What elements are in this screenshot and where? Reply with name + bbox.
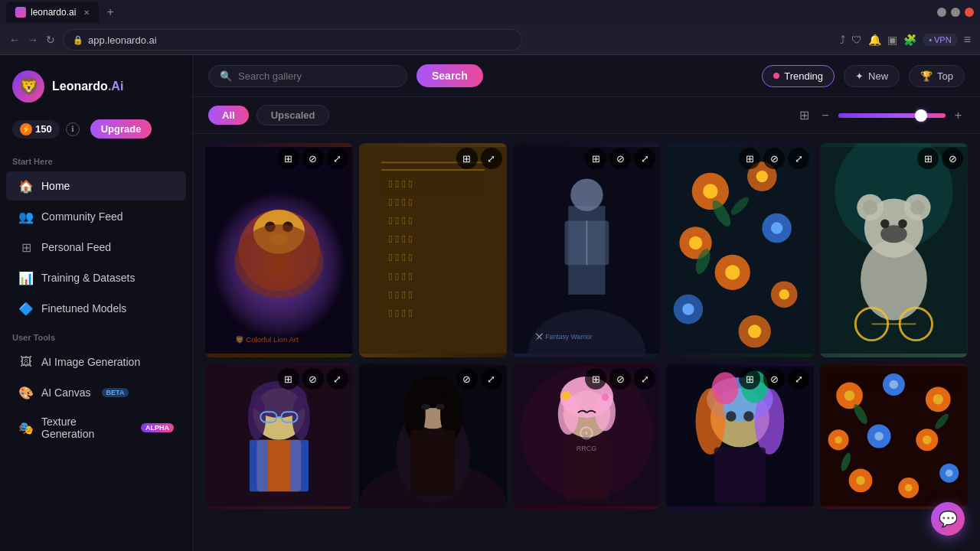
svg-text:𓂀 𓏏 𓇳 𓅓: 𓂀 𓏏 𓇳 𓅓 bbox=[388, 178, 412, 190]
filter-upscaled-button[interactable]: Upscaled bbox=[256, 105, 330, 126]
extensions-icon[interactable]: 🧩 bbox=[903, 34, 916, 46]
sidebar-item-ai-image[interactable]: 🖼 AI Image Generation bbox=[6, 347, 186, 377]
zoom-in-btn[interactable]: + bbox=[952, 106, 965, 126]
gallery-action-grid-koala[interactable]: ⊞ bbox=[917, 148, 939, 169]
minimize-btn[interactable] bbox=[937, 8, 946, 17]
gallery-action-edit-colorful[interactable]: ⊘ bbox=[763, 368, 785, 390]
gallery-action-expand-dark[interactable]: ⤢ bbox=[481, 368, 502, 390]
gallery-action-grid-anime[interactable]: ⊞ bbox=[278, 368, 299, 390]
gallery-item-dark-woman[interactable]: ⊘ ⤢ bbox=[359, 364, 507, 509]
gallery-item-koala[interactable]: ⊞ ⊘ bbox=[820, 143, 968, 357]
sidebar-item-texture[interactable]: 🎭 Texture Generation ALPHA bbox=[6, 409, 186, 447]
forward-btn[interactable]: → bbox=[28, 34, 38, 46]
gallery-action-edit-anime[interactable]: ⊘ bbox=[302, 368, 324, 390]
sidebar-item-home[interactable]: 🏠 Home bbox=[6, 171, 186, 201]
sidebar-item-community-feed[interactable]: 👥 Community Feed bbox=[6, 202, 186, 231]
search-box[interactable]: 🔍 bbox=[208, 65, 407, 87]
menu-icon[interactable]: ≡ bbox=[964, 33, 971, 47]
gallery-action-expand-pink[interactable]: ⤢ bbox=[634, 368, 655, 390]
url-box[interactable]: 🔒 app.leonardo.ai bbox=[63, 29, 522, 51]
gallery-item-colorful-girl[interactable]: ⊞ ⊘ ⤢ bbox=[666, 364, 814, 509]
gallery-action-expand-hiero[interactable]: ⤢ bbox=[481, 148, 502, 169]
gallery-action-grid-pink[interactable]: ⊞ bbox=[585, 368, 606, 390]
search-button[interactable]: Search bbox=[416, 64, 483, 87]
svg-point-24 bbox=[570, 178, 603, 210]
svg-point-7 bbox=[235, 224, 324, 298]
grid-view-btn[interactable]: ⊞ bbox=[796, 105, 812, 126]
zoom-thumb[interactable] bbox=[915, 109, 927, 122]
gallery-item-floral2[interactable] bbox=[820, 364, 968, 509]
gallery-action-edit-pink[interactable]: ⊘ bbox=[609, 368, 631, 390]
sidebar-item-training[interactable]: 📊 Training & Datasets bbox=[6, 263, 186, 292]
maximize-btn[interactable] bbox=[951, 8, 960, 17]
gallery-action-grid-hiero[interactable]: ⊞ bbox=[456, 148, 478, 169]
browser-chrome: leonardo.ai ✕ + ← → ↻ 🔒 app.leonardo.ai … bbox=[0, 0, 980, 55]
filter-all-button[interactable]: All bbox=[208, 106, 249, 125]
svg-text:🦁 Colorful Lion Art: 🦁 Colorful Lion Art bbox=[235, 335, 299, 344]
gallery-action-grid-warrior[interactable]: ⊞ bbox=[585, 148, 606, 169]
new-label: New bbox=[868, 70, 888, 82]
svg-point-38 bbox=[726, 265, 740, 279]
svg-text:⚔️ Fantasy Warrior: ⚔️ Fantasy Warrior bbox=[535, 332, 593, 341]
svg-point-34 bbox=[689, 236, 702, 249]
zoom-slider[interactable] bbox=[838, 113, 946, 118]
sidebar-item-ai-canvas[interactable]: 🎨 AI Canvas BETA bbox=[6, 378, 186, 407]
gallery-action-grid-lion[interactable]: ⊞ bbox=[278, 148, 299, 169]
gallery-action-expand-lion[interactable]: ⤢ bbox=[327, 148, 348, 169]
gallery-item-overlay-anime: ⊞ ⊘ ⤢ bbox=[278, 368, 348, 390]
gallery-action-edit-dark[interactable]: ⊘ bbox=[456, 368, 478, 390]
sidebar-logo: 🦁 Leonardo.Ai bbox=[0, 64, 192, 115]
shield-icon[interactable]: 🛡 bbox=[851, 34, 862, 46]
info-icon[interactable]: ℹ bbox=[66, 122, 80, 136]
gallery-action-expand-warrior[interactable]: ⤢ bbox=[634, 148, 655, 169]
gallery-item-lion[interactable]: 🦁 Colorful Lion Art ⊞ ⊘ ⤢ bbox=[205, 143, 353, 357]
tab-close-btn[interactable]: ✕ bbox=[83, 8, 90, 17]
svg-rect-91 bbox=[564, 438, 609, 500]
gallery-action-edit-koala[interactable]: ⊘ bbox=[942, 148, 963, 169]
gallery-action-grid-colorful[interactable]: ⊞ bbox=[739, 368, 760, 390]
gallery-action-expand-anime[interactable]: ⤢ bbox=[327, 368, 348, 390]
sidebar-item-personal-feed[interactable]: ⊞ Personal Feed bbox=[6, 233, 186, 262]
svg-point-100 bbox=[744, 411, 754, 421]
zoom-out-btn[interactable]: − bbox=[818, 106, 831, 126]
chat-fab[interactable]: 💬 bbox=[931, 502, 965, 536]
svg-point-99 bbox=[726, 411, 736, 421]
share-icon[interactable]: ⤴ bbox=[840, 34, 845, 46]
gallery-item-anime-girl[interactable]: ⊞ ⊘ ⤢ bbox=[205, 364, 353, 509]
active-tab[interactable]: leonardo.ai ✕ bbox=[6, 2, 99, 23]
new-button[interactable]: ✦ New bbox=[844, 65, 900, 87]
back-btn[interactable]: ← bbox=[9, 34, 20, 46]
start-here-label: Start Here bbox=[0, 148, 192, 171]
search-icon: 🔍 bbox=[220, 70, 232, 82]
new-icon: ✦ bbox=[855, 70, 864, 82]
gallery-action-expand-flowers[interactable]: ⤢ bbox=[788, 148, 809, 169]
gallery-item-pink-girl[interactable]: ⊙ RRCG ⊞ ⊘ ⤢ bbox=[513, 364, 661, 509]
trending-button[interactable]: Trending bbox=[762, 65, 835, 87]
sidebar-item-finetuned[interactable]: 🔷 Finetuned Models bbox=[6, 294, 186, 323]
upgrade-button[interactable]: Upgrade bbox=[90, 119, 152, 139]
gallery-action-edit-warrior[interactable]: ⊘ bbox=[609, 148, 631, 169]
gallery-item-flowers[interactable]: ⊞ ⊘ ⤢ bbox=[666, 143, 814, 357]
gallery-item-overlay-lion: ⊞ ⊘ ⤢ bbox=[278, 148, 348, 169]
credits-amount: 150 bbox=[35, 123, 52, 135]
sidebar-item-finetuned-label: Finetuned Models bbox=[41, 302, 126, 315]
svg-point-54 bbox=[863, 200, 877, 214]
gallery-action-edit-flowers[interactable]: ⊘ bbox=[763, 148, 785, 169]
search-input[interactable] bbox=[238, 70, 396, 82]
gallery-item-hieroglyph[interactable]: 𓂀 𓏏 𓇳 𓅓 𓆣 𓎛 𓈖 𓃭 𓂧 𓏛 𓅱 𓏤 𓏊 𓊪 𓋹 𓐍 𓌀 𓂋 𓌂 𓏭 … bbox=[359, 143, 507, 357]
close-btn[interactable] bbox=[965, 8, 974, 17]
gallery-action-expand-colorful[interactable]: ⤢ bbox=[788, 368, 809, 390]
app: 🦁 Leonardo.Ai ⚡ 150 ℹ Upgrade Start Here… bbox=[0, 55, 980, 551]
gallery-item-warrior[interactable]: ⚔️ Fantasy Warrior ⊞ ⊘ ⤢ bbox=[513, 143, 661, 357]
svg-point-116 bbox=[946, 469, 953, 477]
user-tools-label: User Tools bbox=[0, 324, 192, 347]
gallery-grid: 🦁 Colorful Lion Art ⊞ ⊘ ⤢ bbox=[205, 143, 968, 509]
refresh-btn[interactable]: ↻ bbox=[46, 34, 55, 46]
gallery-action-edit-lion[interactable]: ⊘ bbox=[302, 148, 324, 169]
top-button[interactable]: 🏆 Top bbox=[909, 65, 965, 87]
gallery-action-grid-flowers[interactable]: ⊞ bbox=[739, 148, 760, 169]
alert-icon[interactable]: 🔔 bbox=[868, 34, 881, 46]
sidebar-toggle[interactable]: ▣ bbox=[887, 34, 897, 46]
sidebar-item-personal-label: Personal Feed bbox=[41, 241, 111, 253]
new-tab-btn[interactable]: + bbox=[102, 5, 118, 19]
